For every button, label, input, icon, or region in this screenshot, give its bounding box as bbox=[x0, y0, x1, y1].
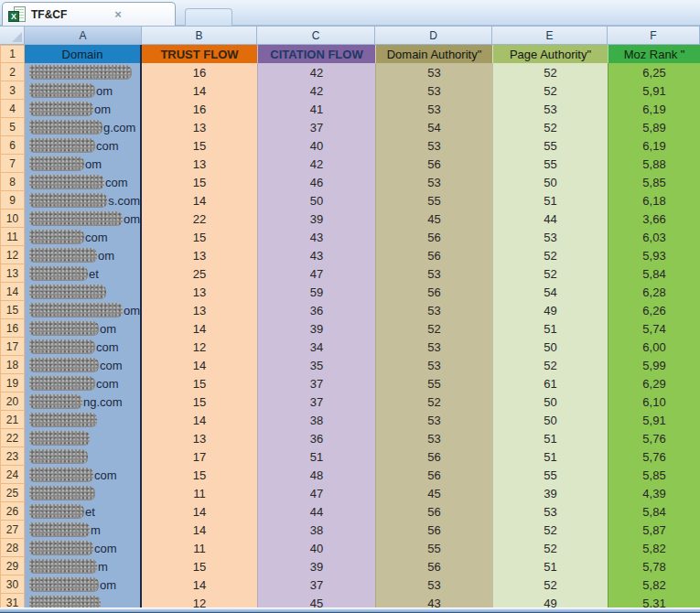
cell-trust-flow[interactable]: 14 bbox=[142, 191, 257, 210]
header-cell-moz-rank[interactable]: Moz Rank " bbox=[608, 45, 700, 63]
cell-trust-flow[interactable]: 13 bbox=[142, 155, 257, 173]
cell-moz-rank[interactable]: 6,29 bbox=[608, 374, 700, 393]
cell-domain[interactable]: s.com bbox=[25, 191, 142, 210]
row-header[interactable]: 24 bbox=[0, 466, 25, 484]
cell-page-authority[interactable]: 52 bbox=[492, 521, 608, 539]
cell-citation-flow[interactable]: 38 bbox=[257, 521, 375, 539]
cell-citation-flow[interactable]: 38 bbox=[257, 411, 375, 429]
cell-citation-flow[interactable]: 40 bbox=[257, 136, 375, 155]
cell-trust-flow[interactable]: 14 bbox=[142, 356, 257, 374]
row-header[interactable]: 18 bbox=[0, 356, 25, 374]
cell-page-authority[interactable]: 51 bbox=[492, 319, 608, 338]
cell-domain[interactable]: com bbox=[25, 338, 142, 356]
cell-moz-rank[interactable]: 5,78 bbox=[608, 557, 700, 575]
column-header-c[interactable]: C bbox=[257, 26, 375, 45]
row-header[interactable]: 5 bbox=[0, 118, 25, 136]
cell-page-authority[interactable]: 52 bbox=[492, 81, 608, 100]
cell-page-authority[interactable]: 51 bbox=[492, 447, 608, 466]
row-header[interactable]: 16 bbox=[0, 319, 25, 338]
cell-citation-flow[interactable]: 47 bbox=[257, 264, 375, 283]
row-header[interactable]: 10 bbox=[0, 210, 25, 228]
cell-domain-authority[interactable]: 56 bbox=[375, 228, 492, 246]
cell-domain-authority[interactable]: 56 bbox=[375, 502, 492, 521]
cell-domain[interactable] bbox=[25, 447, 142, 466]
cell-domain[interactable]: om bbox=[25, 301, 142, 319]
cell-moz-rank[interactable]: 5,82 bbox=[608, 575, 700, 594]
cell-moz-rank[interactable]: 5,74 bbox=[608, 319, 700, 338]
cell-domain-authority[interactable]: 56 bbox=[375, 246, 492, 264]
cell-domain-authority[interactable]: 53 bbox=[375, 575, 492, 594]
cell-trust-flow[interactable]: 14 bbox=[142, 411, 257, 429]
column-header-e[interactable]: E bbox=[492, 26, 608, 45]
cell-moz-rank[interactable]: 6,19 bbox=[608, 100, 700, 118]
cell-trust-flow[interactable]: 15 bbox=[142, 393, 257, 411]
cell-domain-authority[interactable]: 53 bbox=[375, 173, 492, 191]
cell-domain[interactable] bbox=[25, 484, 142, 502]
cell-page-authority[interactable]: 52 bbox=[492, 264, 608, 283]
row-header[interactable]: 7 bbox=[0, 155, 25, 173]
cell-moz-rank[interactable]: 5,99 bbox=[608, 356, 700, 374]
cell-domain[interactable]: m bbox=[25, 557, 142, 575]
cell-citation-flow[interactable]: 41 bbox=[257, 100, 375, 118]
cell-citation-flow[interactable]: 39 bbox=[257, 557, 375, 575]
cell-trust-flow[interactable]: 22 bbox=[142, 210, 257, 228]
cell-trust-flow[interactable]: 12 bbox=[142, 338, 257, 356]
cell-page-authority[interactable]: 54 bbox=[492, 283, 608, 301]
cell-page-authority[interactable]: 52 bbox=[492, 63, 608, 81]
cell-moz-rank[interactable]: 5,85 bbox=[608, 173, 700, 191]
select-all-corner[interactable] bbox=[0, 26, 25, 45]
cell-domain[interactable] bbox=[25, 283, 142, 301]
cell-domain-authority[interactable]: 53 bbox=[375, 136, 492, 155]
row-header[interactable]: 15 bbox=[0, 301, 25, 319]
row-header[interactable]: 22 bbox=[0, 429, 25, 447]
cell-citation-flow[interactable]: 37 bbox=[257, 374, 375, 393]
cell-trust-flow[interactable]: 14 bbox=[142, 521, 257, 539]
cell-page-authority[interactable]: 51 bbox=[492, 191, 608, 210]
cell-moz-rank[interactable]: 5,76 bbox=[608, 429, 700, 447]
cell-domain[interactable] bbox=[25, 429, 142, 447]
cell-domain-authority[interactable]: 52 bbox=[375, 319, 492, 338]
column-header-d[interactable]: D bbox=[375, 26, 492, 45]
cell-domain[interactable]: om bbox=[25, 210, 142, 228]
cell-moz-rank[interactable]: 5,91 bbox=[608, 411, 700, 429]
cell-domain[interactable]: om bbox=[25, 575, 142, 594]
cell-domain-authority[interactable]: 45 bbox=[375, 210, 492, 228]
cell-trust-flow[interactable]: 11 bbox=[142, 484, 257, 502]
cell-citation-flow[interactable]: 46 bbox=[257, 173, 375, 191]
cell-page-authority[interactable]: 49 bbox=[492, 301, 608, 319]
cell-domain-authority[interactable]: 55 bbox=[375, 539, 492, 557]
cell-page-authority[interactable]: 50 bbox=[492, 393, 608, 411]
row-header[interactable]: 23 bbox=[0, 447, 25, 466]
cell-domain-authority[interactable]: 45 bbox=[375, 484, 492, 502]
cell-trust-flow[interactable]: 17 bbox=[142, 447, 257, 466]
cell-domain-authority[interactable]: 53 bbox=[375, 356, 492, 374]
cell-domain-authority[interactable]: 56 bbox=[375, 466, 492, 484]
row-header[interactable]: 26 bbox=[0, 502, 25, 521]
cell-citation-flow[interactable]: 37 bbox=[257, 393, 375, 411]
cell-page-authority[interactable]: 61 bbox=[492, 374, 608, 393]
cell-domain[interactable]: om bbox=[25, 246, 142, 264]
cell-domain[interactable]: g.com bbox=[25, 118, 142, 136]
cell-moz-rank[interactable]: 5,76 bbox=[608, 447, 700, 466]
cell-trust-flow[interactable]: 15 bbox=[142, 173, 257, 191]
cell-trust-flow[interactable]: 13 bbox=[142, 429, 257, 447]
cell-citation-flow[interactable]: 47 bbox=[257, 484, 375, 502]
cell-moz-rank[interactable]: 6,03 bbox=[608, 228, 700, 246]
cell-page-authority[interactable]: 39 bbox=[492, 484, 608, 502]
cell-moz-rank[interactable]: 6,28 bbox=[608, 283, 700, 301]
row-header[interactable]: 13 bbox=[0, 264, 25, 283]
row-header[interactable]: 28 bbox=[0, 539, 25, 557]
cell-citation-flow[interactable]: 42 bbox=[257, 81, 375, 100]
cell-page-authority[interactable]: 51 bbox=[492, 557, 608, 575]
row-header[interactable]: 12 bbox=[0, 246, 25, 264]
cell-trust-flow[interactable]: 15 bbox=[142, 374, 257, 393]
cell-trust-flow[interactable]: 13 bbox=[142, 246, 257, 264]
cell-citation-flow[interactable]: 59 bbox=[257, 283, 375, 301]
cell-moz-rank[interactable]: 6,10 bbox=[608, 393, 700, 411]
row-header[interactable]: 8 bbox=[0, 173, 25, 191]
cell-moz-rank[interactable]: 6,19 bbox=[608, 136, 700, 155]
cell-page-authority[interactable]: 55 bbox=[492, 466, 608, 484]
column-header-f[interactable]: F bbox=[608, 26, 700, 45]
cell-domain-authority[interactable]: 53 bbox=[375, 100, 492, 118]
cell-trust-flow[interactable]: 14 bbox=[142, 502, 257, 521]
